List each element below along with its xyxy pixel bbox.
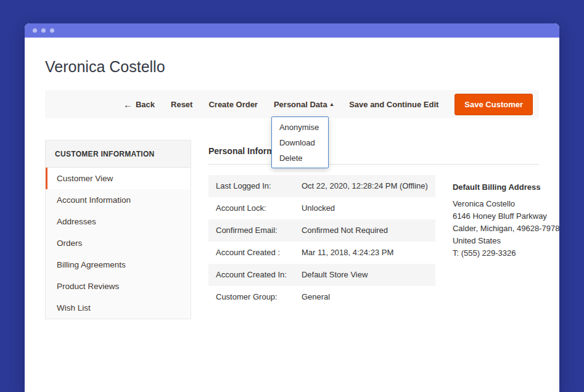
table-row: Account Lock: Unlocked (208, 197, 435, 219)
personal-data-label: Personal Data (274, 100, 327, 109)
page-title: Veronica Costello (45, 58, 539, 76)
customer-information-sidebar: CUSTOMER INFORMATION Customer View Accou… (45, 140, 191, 319)
personal-data-dropdown: Anonymise Download Delete (271, 116, 329, 168)
row-label: Account Lock: (208, 197, 294, 219)
sidebar-item-addresses[interactable]: Addresses (46, 211, 191, 232)
address-line-street: 6146 Honey Bluff Parkway (453, 210, 564, 223)
personal-information-section: Personal Information Last Logged In: Oct… (208, 140, 539, 308)
personal-information-title: Personal Information (208, 140, 539, 165)
window-control-dot[interactable] (50, 28, 54, 33)
sidebar-item-customer-view[interactable]: Customer View (46, 168, 191, 189)
row-label: Account Created : (208, 242, 294, 264)
dropdown-item-delete[interactable]: Delete (272, 150, 328, 166)
page-content: Veronica Costello ← Back Reset Create Or… (25, 58, 559, 319)
row-value: Oct 22, 2020, 12:28:24 PM (Offline) (294, 175, 435, 197)
row-value: Unlocked (294, 197, 435, 219)
sidebar-item-account-information[interactable]: Account Information (46, 189, 191, 211)
window-control-dot[interactable] (41, 28, 46, 33)
window-titlebar (25, 23, 559, 38)
row-value: Default Store View (294, 264, 435, 286)
address-line-city: Calder, Michigan, 49628-7978 (453, 223, 564, 235)
table-row: Account Created In: Default Store View (208, 264, 435, 286)
create-order-button[interactable]: Create Order (208, 100, 257, 109)
default-billing-address: Default Billing Address Veronica Costell… (453, 175, 564, 259)
page-actions-toolbar: ← Back Reset Create Order Personal Data … (45, 90, 539, 118)
row-value: Mar 11, 2018, 4:24:23 PM (294, 242, 435, 264)
sidebar-item-product-reviews[interactable]: Product Reviews (46, 276, 191, 297)
desktop-background: Veronica Costello ← Back Reset Create Or… (0, 0, 584, 392)
sidebar-item-billing-agreements[interactable]: Billing Agreements (46, 254, 191, 276)
table-row: Last Logged In: Oct 22, 2020, 12:28:24 P… (208, 175, 435, 197)
billing-address-title: Default Billing Address (453, 182, 564, 192)
save-customer-button[interactable]: Save Customer (454, 94, 533, 115)
row-value: Confirmed Not Required (294, 219, 435, 242)
address-line-name: Veronica Costello (453, 198, 564, 210)
personal-information-body: Last Logged In: Oct 22, 2020, 12:28:24 P… (208, 165, 539, 308)
row-label: Customer Group: (208, 286, 294, 308)
row-value: General (294, 286, 435, 308)
sidebar-menu: Customer View Account Information Addres… (46, 168, 191, 319)
table-row: Confirmed Email: Confirmed Not Required (208, 219, 435, 242)
table-row: Customer Group: General (208, 286, 435, 308)
address-line-country: United States (453, 235, 564, 247)
window-control-dot[interactable] (33, 28, 37, 33)
row-label: Confirmed Email: (208, 219, 294, 242)
back-button-label: Back (136, 100, 155, 109)
dropdown-item-download[interactable]: Download (272, 135, 328, 150)
personal-data-button[interactable]: Personal Data ▴ Anonymise Download Delet… (274, 100, 333, 109)
personal-information-table: Last Logged In: Oct 22, 2020, 12:28:24 P… (208, 175, 435, 308)
back-arrow-icon: ← (123, 100, 133, 109)
back-button[interactable]: ← Back (123, 100, 155, 109)
sidebar-item-wish-list[interactable]: Wish List (46, 297, 191, 319)
row-label: Last Logged In: (208, 175, 294, 197)
dropdown-item-anonymise[interactable]: Anonymise (272, 120, 328, 135)
sidebar-header: CUSTOMER INFORMATION (46, 141, 191, 168)
caret-up-icon: ▴ (331, 102, 334, 107)
row-label: Account Created In: (208, 264, 294, 286)
sidebar-item-orders[interactable]: Orders (46, 232, 191, 254)
address-line-phone: T: (555) 229-3326 (453, 247, 564, 259)
table-row: Account Created : Mar 11, 2018, 4:24:23 … (208, 242, 435, 264)
save-and-continue-button[interactable]: Save and Continue Edit (349, 100, 438, 109)
reset-button[interactable]: Reset (171, 100, 192, 109)
app-window: Veronica Costello ← Back Reset Create Or… (25, 23, 559, 392)
